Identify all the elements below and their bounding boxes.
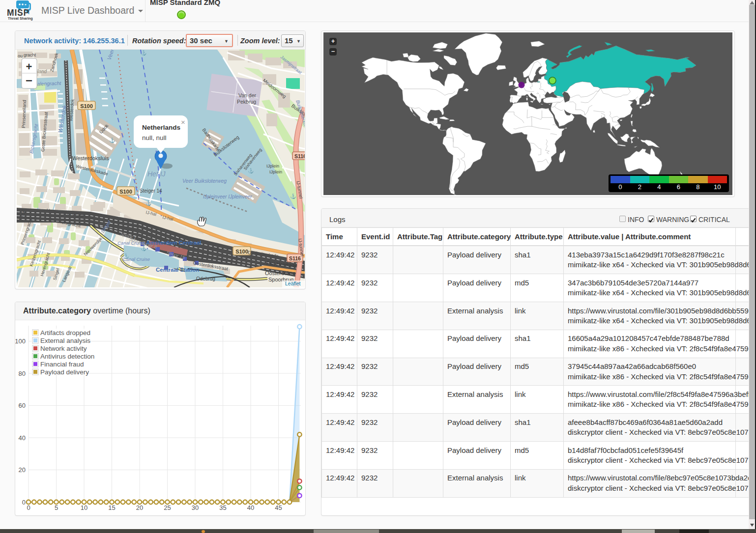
svg-text:Odebrug: Odebrug <box>196 276 215 281</box>
svg-text:20: 20 <box>136 504 143 511</box>
svg-text:Payload delivery: Payload delivery <box>40 368 89 376</box>
svg-text:100: 100 <box>15 337 26 345</box>
svg-text:gracht: gracht <box>24 53 36 57</box>
svg-text:5: 5 <box>55 504 58 511</box>
svg-text:IJpleinveer IJpleinveer: IJpleinveer IJpleinveer <box>203 194 252 199</box>
svg-text:ou: ou <box>18 54 23 58</box>
svg-text:Netherlands: Netherlands <box>142 124 180 131</box>
svg-text:Leaflet: Leaflet <box>285 281 301 286</box>
svg-text:IJplein: IJplein <box>266 164 279 168</box>
svg-text:⚓: ⚓ <box>248 168 254 174</box>
svg-text:S100: S100 <box>235 249 248 254</box>
svg-text:45: 45 <box>275 504 282 511</box>
svg-text:Antivirus detection: Antivirus detection <box>40 353 94 360</box>
svg-text:40: 40 <box>247 504 254 511</box>
svg-text:Canal Cruise: Canal Cruise <box>123 256 150 262</box>
svg-text:60: 60 <box>19 402 26 409</box>
svg-text:Oosterdokse: Oosterdokse <box>265 270 295 276</box>
svg-text:35: 35 <box>219 504 226 511</box>
svg-text:S116: S116 <box>294 153 305 159</box>
svg-text:Het IJ: Het IJ <box>147 170 166 178</box>
svg-text:10: 10 <box>81 504 87 511</box>
svg-text:40: 40 <box>19 434 26 442</box>
svg-text:⚓: ⚓ <box>141 50 147 56</box>
svg-text:×: × <box>181 118 185 126</box>
svg-text:⚓: ⚓ <box>290 193 296 199</box>
svg-text:15: 15 <box>108 504 115 511</box>
svg-text:S100: S100 <box>80 103 93 109</box>
svg-text:External analysis: External analysis <box>40 337 90 344</box>
svg-text:⚓: ⚓ <box>145 200 152 206</box>
svg-text:Veer Buiksloterweg: Veer Buiksloterweg <box>182 178 227 184</box>
svg-text:20: 20 <box>19 466 26 474</box>
svg-text:⚓: ⚓ <box>109 137 116 143</box>
svg-text:S100: S100 <box>119 189 132 195</box>
svg-text:−: − <box>26 74 32 87</box>
svg-text:Artifacts dropped: Artifacts dropped <box>40 329 90 337</box>
svg-text:Financial fraud: Financial fraud <box>40 361 84 368</box>
svg-text:30: 30 <box>192 504 199 511</box>
svg-text:Steiger 14: Steiger 14 <box>140 188 162 194</box>
svg-text:Van der: Van der <box>238 92 256 98</box>
svg-text:0: 0 <box>27 504 30 511</box>
svg-text:80: 80 <box>19 370 26 377</box>
svg-text:+: + <box>26 60 32 73</box>
svg-text:Centraal Station: Centraal Station <box>156 267 199 273</box>
svg-text:S116: S116 <box>289 255 301 261</box>
svg-text:Prinseneiland: Prinseneiland <box>21 100 27 128</box>
svg-text:Threat Sharing: Threat Sharing <box>8 16 33 21</box>
svg-text:null, null: null, null <box>142 134 167 141</box>
svg-text:Westerdoksluis: Westerdoksluis <box>72 155 109 161</box>
svg-text:Network activity: Network activity <box>40 345 87 352</box>
svg-text:IJplein: IJplein <box>269 169 282 174</box>
svg-text:0: 0 <box>22 499 26 506</box>
svg-text:iland: iland <box>36 69 47 74</box>
svg-text:Pekbrug: Pekbrug <box>237 99 256 105</box>
svg-text:25: 25 <box>164 504 171 511</box>
